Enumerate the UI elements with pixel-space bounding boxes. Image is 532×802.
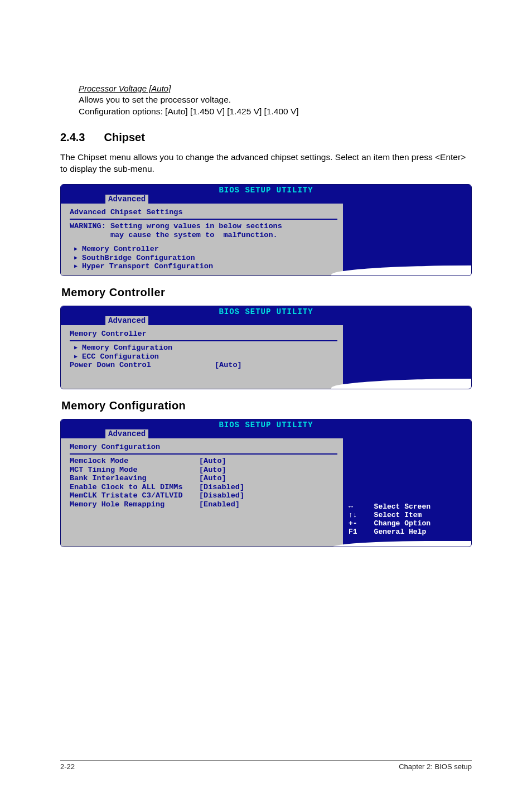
help-select-screen: ↔ Select Screen [349, 503, 467, 511]
help-desc: Select Item [374, 511, 422, 519]
setting-label: Bank Interleaving [70, 474, 199, 483]
help-desc: Select Screen [374, 503, 431, 511]
help-general-help: F1 General Help [349, 528, 467, 537]
menu-item-label: Memory Configuration [82, 344, 172, 352]
help-desc: General Help [374, 528, 427, 536]
footer-chapter-label: Chapter 2: BIOS setup [399, 762, 472, 771]
bios-help-pane [344, 204, 471, 276]
help-change-option: +- Change Option [349, 520, 467, 528]
bios-header: BIOS SETUP UTILITY Advanced [61, 419, 471, 438]
setting-memclk-tristate[interactable]: MemCLK Tristate C3/ATLVID[Disabled] [70, 491, 337, 500]
setting-value: [Auto] [199, 466, 226, 474]
bios-panel-chipset: BIOS SETUP UTILITY Advanced Advanced Chi… [60, 184, 472, 276]
setting-bank-interleaving[interactable]: Bank Interleaving[Auto] [70, 474, 337, 483]
menu-item-hypertransport[interactable]: Hyper Transport Configuration [70, 262, 337, 271]
setting-value: [Auto] [215, 361, 242, 369]
bios-header: BIOS SETUP UTILITY Advanced [61, 185, 471, 204]
help-desc: Change Option [374, 519, 431, 528]
setting-label: Enable Clock to ALL DIMMs [70, 483, 199, 492]
footer-page-number: 2-22 [60, 762, 75, 771]
bios-tab-advanced[interactable]: Advanced [105, 429, 148, 438]
chipset-warning-l2: may cause the system to malfunction. [70, 231, 337, 240]
bios-panel-memory-controller: BIOS SETUP UTILITY Advanced Memory Contr… [60, 306, 472, 389]
menu-item-label: Hyper Transport Configuration [82, 262, 213, 270]
setting-value: [Enabled] [199, 500, 240, 509]
chipset-subheader: Advanced Chipset Settings [70, 208, 337, 220]
processor-voltage-heading: Processor Voltage [Auto] [79, 84, 472, 93]
arrows-ud-icon: ↑↓ [349, 511, 365, 520]
setting-power-down-control[interactable]: Power Down Control[Auto] [70, 361, 337, 370]
setting-value: [Auto] [199, 474, 226, 482]
arrow-icon [74, 245, 82, 254]
menu-item-memory-controller[interactable]: Memory Controller [70, 245, 337, 254]
menu-item-southbridge[interactable]: SouthBridge Configuration [70, 254, 337, 263]
memctrl-subheader: Memory Controller [70, 330, 337, 342]
arrows-lr-icon: ↔ [349, 503, 365, 511]
setting-value: [Auto] [199, 457, 226, 465]
bios-tab-advanced[interactable]: Advanced [105, 316, 148, 325]
section-title: Chipset [104, 131, 144, 143]
section-heading-chipset: 2.4.3Chipset [60, 131, 472, 144]
setting-label: MemCLK Tristate C3/ATLVID [70, 491, 199, 500]
chipset-warning-l1: WARNING: Setting wrong values in below s… [70, 222, 337, 231]
memcfg-subheader: Memory Configuration [70, 443, 337, 455]
processor-voltage-body: Allows you to set the processor voltage.… [79, 94, 472, 118]
subheading-memory-configuration: Memory Configuration [61, 399, 472, 412]
bios-title: BIOS SETUP UTILITY [61, 420, 471, 429]
bios-panel-memory-configuration: BIOS SETUP UTILITY Advanced Memory Confi… [60, 419, 472, 548]
plus-minus-icon: +- [349, 520, 365, 528]
processor-voltage-line1: Allows you to set the processor voltage. [79, 95, 231, 104]
page-footer: 2-22 Chapter 2: BIOS setup [60, 760, 472, 771]
bios-help-pane: ↔ Select Screen ↑↓ Select Item +- Change… [344, 438, 471, 547]
arrow-icon [74, 352, 82, 361]
bios-title: BIOS SETUP UTILITY [61, 185, 471, 195]
menu-item-ecc-configuration[interactable]: ECC Configuration [70, 352, 337, 361]
arrow-icon [74, 254, 82, 263]
help-select-item: ↑↓ Select Item [349, 511, 467, 520]
bios-header: BIOS SETUP UTILITY Advanced [61, 306, 471, 325]
menu-item-label: ECC Configuration [82, 352, 159, 361]
setting-label: Power Down Control [70, 361, 215, 370]
menu-item-label: SouthBridge Configuration [82, 254, 195, 262]
processor-voltage-line2: Configuration options: [Auto] [1.450 V] … [79, 107, 299, 116]
f1-key-icon: F1 [349, 528, 365, 537]
setting-value: [Disabled] [199, 483, 244, 491]
section-number: 2.4.3 [60, 131, 85, 144]
setting-memory-hole-remapping[interactable]: Memory Hole Remapping[Enabled] [70, 500, 337, 509]
arrow-icon [74, 262, 82, 271]
bios-tab-advanced[interactable]: Advanced [105, 195, 148, 204]
setting-mct-timing-mode[interactable]: MCT Timing Mode[Auto] [70, 466, 337, 475]
menu-item-memory-configuration[interactable]: Memory Configuration [70, 344, 337, 352]
arrow-icon [74, 344, 82, 352]
setting-memclock-mode[interactable]: Memclock Mode[Auto] [70, 457, 337, 466]
section-body-text: The Chipset menu allows you to change th… [60, 152, 472, 175]
setting-enable-clock-dimms[interactable]: Enable Clock to ALL DIMMs[Disabled] [70, 483, 337, 492]
subheading-memory-controller: Memory Controller [61, 286, 472, 299]
setting-value: [Disabled] [199, 491, 244, 500]
setting-label: Memory Hole Remapping [70, 500, 199, 509]
bios-title: BIOS SETUP UTILITY [61, 307, 471, 316]
menu-item-label: Memory Controller [82, 245, 159, 253]
setting-label: MCT Timing Mode [70, 466, 199, 475]
setting-label: Memclock Mode [70, 457, 199, 466]
